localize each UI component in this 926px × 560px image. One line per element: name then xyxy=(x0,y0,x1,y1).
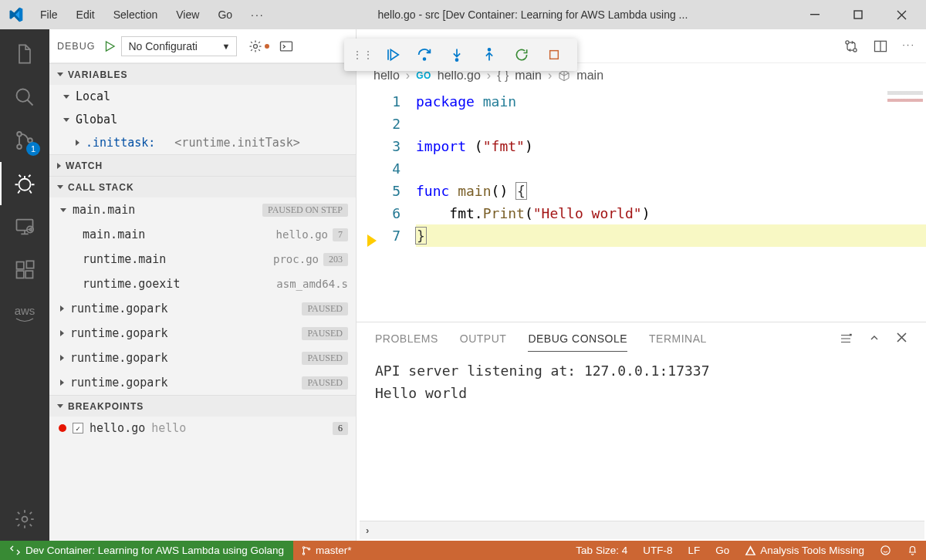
chevron-right-icon: › xyxy=(366,525,369,536)
stop-button[interactable] xyxy=(539,39,569,70)
activity-bar: 1 aws xyxy=(0,29,49,541)
variables-section-header[interactable]: VARIABLES xyxy=(49,63,356,85)
step-into-button[interactable] xyxy=(441,39,472,70)
breakpoint-checkbox[interactable]: ✓ xyxy=(73,423,83,433)
collapse-panel-icon[interactable] xyxy=(868,332,880,346)
debug-console-toggle[interactable] xyxy=(279,39,294,54)
panel-tabs: PROBLEMS OUTPUT DEBUG CONSOLE TERMINAL xyxy=(357,322,926,355)
debug-console-output[interactable]: API server listening at: 127.0.0.1:17337… xyxy=(357,355,926,541)
menu-go[interactable]: Go xyxy=(210,5,240,24)
menu-edit[interactable]: Edit xyxy=(69,5,103,24)
compare-changes-icon[interactable] xyxy=(843,39,859,54)
status-warning[interactable]: Analysis Tools Missing xyxy=(737,545,872,556)
svg-point-24 xyxy=(302,552,304,554)
status-eol[interactable]: LF xyxy=(680,545,708,556)
close-button[interactable] xyxy=(880,0,923,29)
menu-bar: File Edit Selection View Go ··· xyxy=(32,5,272,24)
go-file-icon: GO xyxy=(416,70,431,81)
debug-floating-toolbar[interactable]: ⋮⋮ xyxy=(344,39,577,71)
source-control-icon[interactable]: 1 xyxy=(0,119,49,162)
split-editor-icon[interactable] xyxy=(873,39,888,54)
svg-point-28 xyxy=(881,546,890,555)
svg-point-6 xyxy=(19,179,31,191)
callstack-row[interactable]: runtime.goexitasm_amd64.s xyxy=(49,272,356,296)
status-encoding[interactable]: UTF-8 xyxy=(635,545,680,556)
svg-rect-12 xyxy=(26,261,33,268)
svg-point-4 xyxy=(17,144,22,149)
tab-output[interactable]: OUTPUT xyxy=(460,332,507,345)
restart-button[interactable] xyxy=(506,39,537,70)
debug-config-select[interactable]: No Configurati▼ xyxy=(121,36,237,56)
svg-point-3 xyxy=(17,132,22,137)
more-actions-icon[interactable]: ··· xyxy=(902,39,915,54)
menu-more-icon[interactable]: ··· xyxy=(243,5,272,24)
maximize-button[interactable] xyxy=(836,0,880,29)
tab-problems[interactable]: PROBLEMS xyxy=(375,332,438,345)
menu-view[interactable]: View xyxy=(168,5,207,24)
bottom-panel: PROBLEMS OUTPUT DEBUG CONSOLE TERMINAL A… xyxy=(357,322,926,541)
start-debug-button[interactable] xyxy=(103,39,117,53)
explorer-icon[interactable] xyxy=(0,32,49,76)
callstack-row[interactable]: main.mainhello.go7 xyxy=(49,222,356,247)
menu-selection[interactable]: Selection xyxy=(106,5,166,24)
svg-point-16 xyxy=(846,40,849,43)
watch-section-header[interactable]: WATCH xyxy=(49,154,356,176)
svg-point-2 xyxy=(17,89,29,102)
variables-local[interactable]: Local xyxy=(49,85,356,108)
menu-file[interactable]: File xyxy=(32,5,66,24)
status-language[interactable]: Go xyxy=(708,545,737,556)
package-icon xyxy=(558,69,570,82)
debug-label: DEBUG xyxy=(57,41,95,52)
debug-console-input[interactable]: › xyxy=(360,521,924,539)
callstack-row[interactable]: runtime.goparkPAUSED xyxy=(49,346,356,370)
title-bar: File Edit Selection View Go ··· hello.go… xyxy=(0,0,926,29)
svg-rect-0 xyxy=(810,14,820,15)
svg-point-23 xyxy=(302,546,304,548)
scm-badge: 1 xyxy=(26,142,40,156)
editor-area: ··· hello› GO hello.go› { } main› main 1… xyxy=(357,29,926,541)
callstack-row[interactable]: runtime.goparkPAUSED xyxy=(49,321,356,346)
continue-button[interactable] xyxy=(377,39,407,70)
breakpoints-section-header[interactable]: BREAKPOINTS xyxy=(49,395,356,417)
svg-rect-1 xyxy=(854,11,862,19)
tab-debug-console[interactable]: DEBUG CONSOLE xyxy=(528,332,627,352)
close-panel-icon[interactable] xyxy=(896,332,907,346)
git-branch[interactable]: master* xyxy=(293,545,360,556)
svg-rect-9 xyxy=(17,262,24,269)
notifications-icon[interactable] xyxy=(899,545,926,556)
tab-terminal[interactable]: TERMINAL xyxy=(649,332,707,345)
step-over-button[interactable] xyxy=(409,39,440,70)
svg-rect-27 xyxy=(750,553,751,554)
settings-gear-icon[interactable] xyxy=(0,498,49,541)
search-icon[interactable] xyxy=(0,76,49,119)
debug-settings-button[interactable] xyxy=(248,39,269,54)
minimize-button[interactable] xyxy=(793,0,836,29)
feedback-icon[interactable] xyxy=(872,545,899,556)
svg-point-21 xyxy=(488,49,491,51)
status-tabsize[interactable]: Tab Size: 4 xyxy=(568,545,635,556)
remote-indicator[interactable]: Dev Container: Learning for AWS Lambda u… xyxy=(0,541,293,560)
window-controls xyxy=(793,0,923,29)
svg-rect-11 xyxy=(25,271,32,278)
remote-explorer-icon[interactable] xyxy=(0,205,49,248)
code-editor[interactable]: 1234567 package mainimport ("fmt")func m… xyxy=(357,88,926,322)
callstack-section-header[interactable]: CALL STACK xyxy=(49,176,356,197)
minimap[interactable] xyxy=(880,88,926,322)
svg-point-20 xyxy=(456,59,458,61)
drag-handle-icon[interactable]: ⋮⋮ xyxy=(352,49,373,61)
extensions-icon[interactable] xyxy=(0,248,49,292)
variables-global[interactable]: Global xyxy=(49,108,356,131)
callstack-row[interactable]: main.mainPAUSED ON STEP xyxy=(49,197,356,222)
aws-icon[interactable]: aws xyxy=(0,292,49,335)
breakpoint-row[interactable]: ✓ hello.go hello 6 xyxy=(49,417,356,440)
callstack-row[interactable]: runtime.mainproc.go203 xyxy=(49,247,356,272)
callstack-row[interactable]: runtime.goparkPAUSED xyxy=(49,370,356,395)
clear-console-icon[interactable] xyxy=(839,332,853,346)
callstack-row[interactable]: runtime.goparkPAUSED xyxy=(49,296,356,321)
variable-inittask[interactable]: .inittask: <runtime.initTask> xyxy=(49,131,356,154)
vscode-logo-icon xyxy=(8,7,23,22)
debug-icon[interactable] xyxy=(0,162,49,205)
svg-point-13 xyxy=(22,517,28,522)
step-out-button[interactable] xyxy=(474,39,505,70)
svg-point-19 xyxy=(424,58,426,60)
